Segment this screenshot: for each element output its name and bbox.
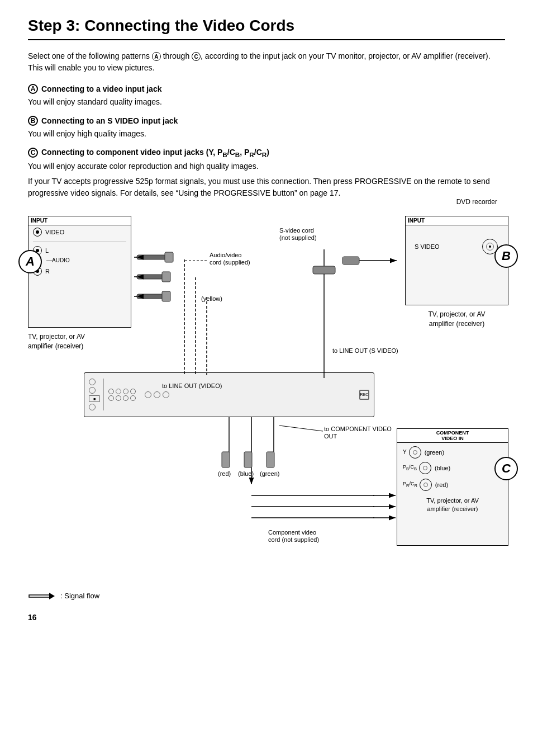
svg-text:OUT: OUT xyxy=(324,433,337,440)
svg-text:Audio/video: Audio/video xyxy=(210,252,242,258)
circle-c: C xyxy=(28,148,38,158)
dvd-label: DVD recorder xyxy=(456,198,497,206)
svg-text:S-video cord: S-video cord xyxy=(279,227,314,234)
section-b-heading: B Connecting to an S VIDEO input jack xyxy=(28,116,505,126)
svg-text:to COMPONENT VIDEO: to COMPONENT VIDEO xyxy=(324,426,392,432)
svg-text:(yellow): (yellow) xyxy=(201,295,222,302)
page-number: 16 xyxy=(28,613,37,622)
svg-line-38 xyxy=(279,426,323,431)
svg-rect-12 xyxy=(162,291,170,301)
section-a-heading: A Connecting to a video input jack xyxy=(28,84,505,94)
svg-text:(green): (green) xyxy=(260,470,279,477)
svg-rect-8 xyxy=(165,252,173,262)
svg-text:to LINE OUT (VIDEO): to LINE OUT (VIDEO) xyxy=(162,382,222,389)
svg-text:cord (supplied): cord (supplied) xyxy=(210,259,250,266)
circle-a: A xyxy=(28,84,38,94)
svg-rect-28 xyxy=(222,452,230,467)
svg-text:to LINE OUT (S VIDEO): to LINE OUT (S VIDEO) xyxy=(332,347,398,354)
svg-text:cord (not supplied): cord (not supplied) xyxy=(268,536,319,543)
section-c-desc2: If your TV accepts progressive 525p form… xyxy=(28,176,505,199)
svg-rect-10 xyxy=(162,272,170,282)
svg-text:Component video: Component video xyxy=(268,529,316,536)
svg-rect-22 xyxy=(313,266,335,274)
section-a-desc: You will enjoy standard quality images. xyxy=(28,96,505,108)
diagram-svg: Audio/video cord (supplied) S-video cord… xyxy=(28,210,508,579)
svg-text:(red): (red) xyxy=(218,470,231,477)
diagram: INPUT VIDEO L —AUDIO R A TV, projector, … xyxy=(28,210,508,579)
section-c-heading: C Connecting to component video input ja… xyxy=(28,148,505,158)
section-b-desc: You will enjoy high quality images. xyxy=(28,128,505,140)
svg-rect-30 xyxy=(244,452,252,467)
svg-rect-26 xyxy=(342,257,359,264)
section-c-desc1: You will enjoy accurate color reproducti… xyxy=(28,160,505,172)
svg-text:(not supplied): (not supplied) xyxy=(279,234,317,241)
intro-text: Select one of the following patterns A t… xyxy=(28,50,505,74)
page-number-area: 16 xyxy=(28,613,505,622)
circle-b: B xyxy=(28,116,38,126)
page-title: Step 3: Connecting the Video Cords xyxy=(28,17,505,40)
svg-rect-32 xyxy=(266,452,274,467)
